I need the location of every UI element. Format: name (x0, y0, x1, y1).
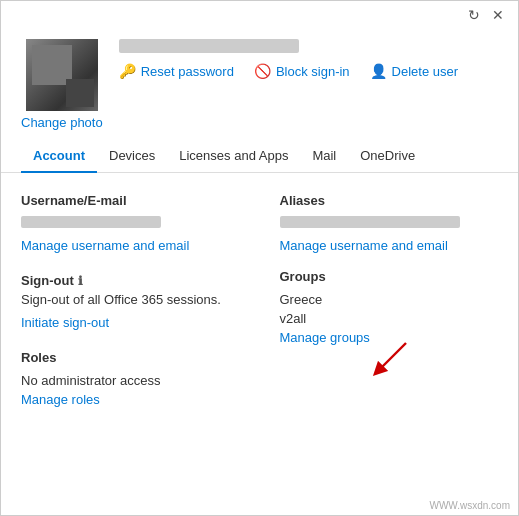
username-section-title: Username/E-mail (21, 193, 240, 208)
tabs: Account Devices Licenses and Apps Mail O… (1, 140, 518, 173)
tab-licenses[interactable]: Licenses and Apps (167, 140, 300, 173)
initiate-signout-link[interactable]: Initiate sign-out (21, 315, 240, 330)
aliases-value (280, 216, 460, 228)
roles-value: No administrator access (21, 373, 240, 388)
header-info: 🔑 Reset password 🚫 Block sign-in 👤 Delet… (119, 39, 498, 79)
tab-mail[interactable]: Mail (300, 140, 348, 173)
roles-title: Roles (21, 350, 240, 365)
watermark: WWW.wsxdn.com (429, 500, 510, 511)
block-icon: 🚫 (254, 63, 271, 79)
info-icon[interactable]: ℹ (78, 274, 83, 288)
tab-onedrive[interactable]: OneDrive (348, 140, 427, 173)
left-column: Username/E-mail Manage username and emai… (21, 193, 240, 407)
key-icon: 🔑 (119, 63, 136, 79)
username-value (21, 216, 161, 228)
manage-aliases-link[interactable]: Manage username and email (280, 238, 499, 253)
right-column: Aliases Manage username and email Groups… (280, 193, 499, 407)
roles-section: Roles No administrator access Manage rol… (21, 350, 240, 407)
signout-description: Sign-out of all Office 365 sessions. (21, 292, 240, 307)
avatar (26, 39, 98, 111)
delete-user-button[interactable]: 👤 Delete user (370, 63, 458, 79)
header-actions: 🔑 Reset password 🚫 Block sign-in 👤 Delet… (119, 63, 498, 79)
groups-section: Groups Greece v2all Manage groups (280, 269, 499, 345)
tab-devices[interactable]: Devices (97, 140, 167, 173)
signout-section: Sign-out ℹ Sign-out of all Office 365 se… (21, 273, 240, 330)
username-section: Username/E-mail Manage username and emai… (21, 193, 240, 253)
groups-title: Groups (280, 269, 499, 284)
title-bar: ↻ ✕ (1, 1, 518, 29)
group-item-0: Greece (280, 292, 499, 307)
tab-account[interactable]: Account (21, 140, 97, 173)
group-item-1: v2all (280, 311, 499, 326)
reset-password-label: Reset password (141, 64, 234, 79)
username-display (119, 39, 299, 53)
aliases-title: Aliases (280, 193, 499, 208)
person-icon: 👤 (370, 63, 387, 79)
refresh-button[interactable]: ↻ (462, 3, 486, 27)
block-signin-button[interactable]: 🚫 Block sign-in (254, 63, 350, 79)
manage-groups-link[interactable]: Manage groups (280, 330, 499, 345)
close-button[interactable]: ✕ (486, 3, 510, 27)
header: Change photo 🔑 Reset password 🚫 Block si… (1, 29, 518, 140)
content: Username/E-mail Manage username and emai… (1, 173, 518, 417)
aliases-section: Aliases Manage username and email (280, 193, 499, 253)
manage-username-link[interactable]: Manage username and email (21, 238, 240, 253)
manage-roles-link[interactable]: Manage roles (21, 392, 240, 407)
delete-user-label: Delete user (392, 64, 458, 79)
block-signin-label: Block sign-in (276, 64, 350, 79)
reset-password-button[interactable]: 🔑 Reset password (119, 63, 234, 79)
change-photo-link[interactable]: Change photo (21, 115, 103, 130)
signout-label-text: Sign-out (21, 273, 74, 288)
signout-title: Sign-out ℹ (21, 273, 240, 288)
avatar-area: Change photo (21, 39, 103, 130)
